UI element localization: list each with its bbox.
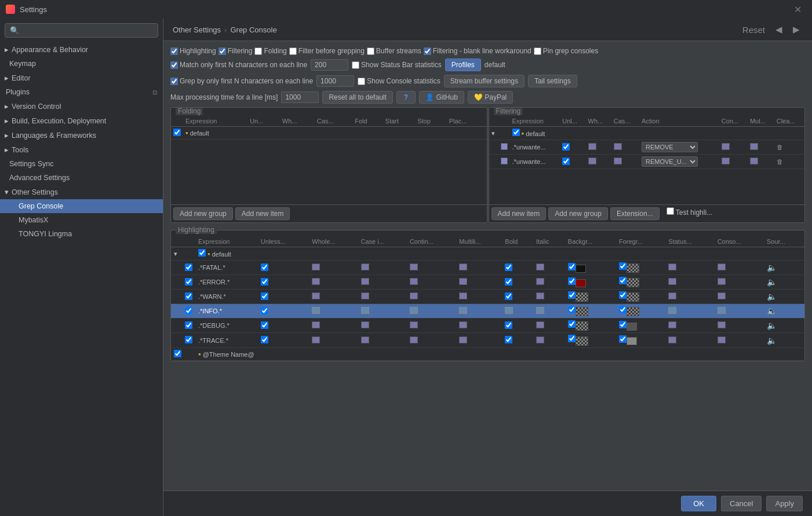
hl-trace-checkbox[interactable] bbox=[185, 336, 192, 343]
show-console-checkbox[interactable] bbox=[358, 78, 365, 85]
hl-warn-sound-icon[interactable]: 🔈 bbox=[767, 292, 777, 301]
hl-error-checkbox[interactable] bbox=[185, 278, 192, 286]
hl-debug-fg-check[interactable] bbox=[619, 321, 627, 328]
hl-trace-fg-check[interactable] bbox=[619, 335, 627, 343]
show-status-bar-checkbox[interactable] bbox=[352, 61, 359, 69]
sidebar-item-mybatisx[interactable]: MybatisX bbox=[0, 213, 163, 227]
test-highlight-checkbox[interactable] bbox=[667, 207, 674, 215]
hl-theme-checkbox[interactable] bbox=[174, 350, 181, 357]
stream-buffer-settings-button[interactable]: Stream buffer settings bbox=[444, 75, 525, 87]
filtering-row2-delete-icon[interactable]: 🗑 bbox=[777, 158, 783, 165]
hl-fatal-bg-check[interactable] bbox=[568, 263, 576, 270]
option-pin-grep[interactable]: Pin grep consoles bbox=[534, 47, 598, 55]
folding-group-default[interactable]: ▪ default bbox=[171, 127, 487, 140]
sidebar-item-plugins[interactable]: Plugins ⊡ bbox=[0, 85, 163, 99]
sidebar-item-tongyi[interactable]: TONGYI Lingma bbox=[0, 227, 163, 241]
search-input[interactable] bbox=[23, 27, 153, 35]
grep-first-n-checkbox[interactable] bbox=[170, 78, 178, 85]
folding-group-checkbox[interactable] bbox=[173, 129, 181, 136]
hl-warn-unless[interactable] bbox=[261, 292, 268, 300]
sidebar-item-build[interactable]: ▸ Build, Execution, Deployment bbox=[0, 114, 163, 128]
filtering-group-default[interactable]: ▾ ▪ default bbox=[489, 127, 805, 140]
option-filtering-blank[interactable]: Filtering - blank line workaround bbox=[424, 47, 531, 55]
hl-trace-unless[interactable] bbox=[261, 336, 268, 343]
reset-button[interactable]: Reset bbox=[740, 24, 768, 36]
hl-error-unless[interactable] bbox=[261, 278, 268, 286]
hl-fatal-checkbox[interactable] bbox=[185, 264, 192, 271]
filtering-row-1[interactable]: .*unwante... REMOVE REMOVE_U... bbox=[489, 140, 805, 155]
sidebar-item-other-settings[interactable]: ▾ Other Settings bbox=[0, 185, 163, 199]
pin-grep-checkbox[interactable] bbox=[534, 47, 541, 55]
folding-checkbox[interactable] bbox=[254, 47, 262, 55]
sidebar-item-tools[interactable]: ▸ Tools bbox=[0, 142, 163, 157]
hl-error-fg-check[interactable] bbox=[619, 277, 627, 284]
filtering-blank-checkbox[interactable] bbox=[424, 47, 431, 55]
hl-info-bg-check[interactable] bbox=[568, 306, 576, 313]
hl-debug-bold[interactable] bbox=[505, 321, 512, 329]
cancel-button[interactable]: Cancel bbox=[721, 496, 762, 511]
max-processing-input[interactable] bbox=[281, 92, 319, 103]
github-button[interactable]: 👤 GitHub bbox=[419, 91, 464, 104]
option-filtering[interactable]: Filtering bbox=[219, 47, 253, 55]
option-filter-before-grepping[interactable]: Filter before grepping bbox=[289, 47, 365, 55]
option-grep-first-n[interactable]: Grep by only first N characters on each … bbox=[170, 77, 313, 85]
grep-first-n-input[interactable] bbox=[316, 75, 354, 87]
hl-info-unless[interactable] bbox=[261, 307, 268, 314]
sidebar-item-keymap[interactable]: Keymap bbox=[0, 57, 163, 71]
close-button[interactable]: ✕ bbox=[789, 2, 806, 17]
hl-warn-checkbox[interactable] bbox=[185, 292, 192, 300]
hl-debug-unless[interactable] bbox=[261, 321, 268, 329]
extension-button[interactable]: Extension... bbox=[610, 207, 660, 220]
filtering-checkbox[interactable] bbox=[219, 47, 226, 55]
hl-fatal-sound-icon[interactable]: 🔈 bbox=[767, 263, 777, 272]
profiles-button[interactable]: Profiles bbox=[445, 58, 481, 71]
back-button[interactable]: ◀ bbox=[773, 23, 785, 36]
hl-fatal-unless[interactable] bbox=[261, 264, 268, 271]
match-first-n-checkbox[interactable] bbox=[170, 61, 178, 69]
hl-info-checkbox[interactable] bbox=[185, 307, 192, 314]
hl-debug-checkbox[interactable] bbox=[185, 321, 192, 329]
paypal-button[interactable]: 💛 PayPal bbox=[468, 91, 513, 104]
filter-before-grepping-checkbox[interactable] bbox=[289, 47, 297, 55]
filtering-row2-unl[interactable] bbox=[562, 158, 570, 165]
hl-warn-bg-check[interactable] bbox=[568, 291, 576, 299]
hl-row-info[interactable]: .*INFO.* bbox=[171, 304, 804, 319]
help-button[interactable]: ? bbox=[396, 91, 416, 104]
hl-debug-bg-check[interactable] bbox=[568, 320, 576, 328]
filtering-row1-delete-icon[interactable]: 🗑 bbox=[777, 144, 783, 151]
buffer-streams-checkbox[interactable] bbox=[367, 47, 374, 55]
hl-group-default-checkbox[interactable] bbox=[198, 249, 206, 257]
hl-error-bg-check[interactable] bbox=[568, 277, 576, 285]
option-highlighting[interactable]: Highlighting bbox=[170, 47, 216, 55]
sidebar-item-appearance[interactable]: ▸ Appearance & Behavior bbox=[0, 42, 163, 57]
hl-error-bold[interactable] bbox=[505, 278, 512, 286]
hl-trace-sound-icon[interactable]: 🔈 bbox=[767, 336, 777, 345]
tail-settings-button[interactable]: Tail settings bbox=[528, 75, 577, 87]
option-show-status-bar[interactable]: Show Status Bar statistics bbox=[352, 61, 442, 69]
hl-warn-fg-check[interactable] bbox=[619, 291, 627, 299]
filtering-row-2[interactable]: .*unwante... REMOVE_U... REMOVE bbox=[489, 155, 805, 169]
reset-all-to-default-button[interactable]: Reset all to default bbox=[322, 91, 392, 104]
sidebar-item-settings-sync[interactable]: Settings Sync bbox=[0, 157, 163, 171]
forward-button[interactable]: ▶ bbox=[790, 23, 803, 36]
hl-info-fg-check[interactable] bbox=[619, 306, 627, 313]
sidebar-item-grep-console[interactable]: Grep Console bbox=[0, 199, 163, 213]
filtering-row1-unl[interactable] bbox=[562, 143, 570, 151]
filtering-add-group-button[interactable]: Add new group bbox=[548, 207, 608, 220]
match-first-n-input[interactable] bbox=[311, 59, 348, 71]
apply-button[interactable]: Apply bbox=[766, 496, 803, 511]
sidebar-item-version-control[interactable]: ▸ Version Control bbox=[0, 99, 163, 114]
hl-row-trace[interactable]: .*TRACE.* bbox=[171, 333, 804, 347]
hl-group-theme[interactable]: ▪ @Theme Name@ bbox=[171, 347, 804, 360]
hl-warn-bold[interactable] bbox=[505, 292, 512, 300]
filtering-row2-action-select[interactable]: REMOVE_U... REMOVE bbox=[642, 156, 698, 167]
folding-add-item-button[interactable]: Add new item bbox=[235, 207, 290, 220]
option-buffer-streams[interactable]: Buffer streams bbox=[367, 47, 421, 55]
option-show-console[interactable]: Show Console statistics bbox=[358, 77, 440, 85]
filtering-group-checkbox[interactable] bbox=[512, 129, 520, 136]
hl-fatal-fg-check[interactable] bbox=[619, 262, 627, 270]
hl-row-debug[interactable]: .*DEBUG.* bbox=[171, 319, 804, 333]
ok-button[interactable]: OK bbox=[681, 496, 716, 511]
option-match-first-n[interactable]: Match only first N characters on each li… bbox=[170, 61, 307, 69]
highlighting-checkbox[interactable] bbox=[170, 47, 178, 55]
